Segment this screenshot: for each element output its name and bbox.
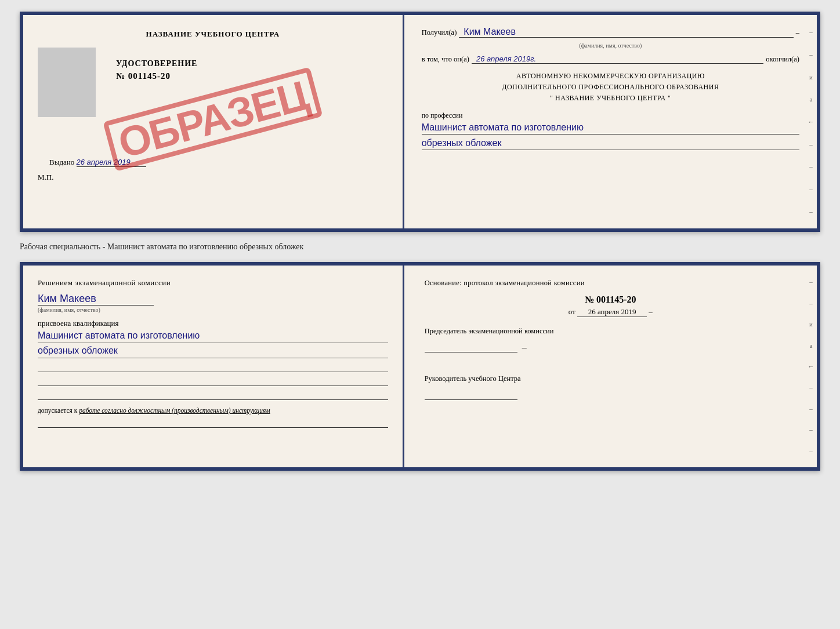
dash-after-name: –: [796, 28, 799, 37]
profession-line2: обрезных обложек: [422, 138, 799, 150]
cert-number-block: УДОСТОВЕРЕНИЕ № 001145-20: [110, 59, 197, 123]
org-line2: ДОПОЛНИТЕЛЬНОГО ПРОФЕССИОНАЛЬНОГО ОБРАЗО…: [422, 82, 799, 93]
blank-line-2: [38, 376, 388, 386]
org-line1: АВТОНОМНУЮ НЕКОММЕРЧЕСКУЮ ОРГАНИЗАЦИЮ: [422, 71, 799, 82]
top-doc-left: НАЗВАНИЕ УЧЕБНОГО ЦЕНТРА УДОСТОВЕРЕНИЕ №…: [23, 15, 404, 228]
dopusk-block: допускается к работе согласно должностны…: [38, 407, 388, 414]
cert-title: НАЗВАНИЕ УЧЕБНОГО ЦЕНТРА: [38, 30, 388, 39]
blank-line-3: [38, 390, 388, 400]
bottom-qual-line1: Машинист автомата по изготовлению: [38, 330, 388, 343]
fio-sublabel-top: (фамилия, имя, отчество): [422, 42, 799, 49]
bottom-right-edge-decoration: – – и а ← – – – –: [806, 271, 816, 461]
mp-label: М.П.: [38, 173, 388, 182]
blank-line-4: [38, 417, 388, 428]
right-edge-decoration: – – и а ← – – – –: [806, 21, 816, 223]
poluchil-label: Получил(а): [422, 28, 457, 37]
cert-type: УДОСТОВЕРЕНИЕ: [116, 59, 197, 68]
bottom-fio-name: Ким Макеев: [38, 293, 388, 305]
cert-photo: [38, 48, 96, 117]
profession-label: по профессии: [422, 111, 799, 120]
org-block: АВТОНОМНУЮ НЕКОММЕРЧЕСКУЮ ОРГАНИЗАЦИЮ ДО…: [422, 71, 799, 104]
head-label: Руководитель учебного Центра: [425, 373, 796, 384]
cert-number: № 001145-20: [116, 71, 197, 81]
vtom-label: в том, что он(а): [422, 55, 469, 64]
blank-line-1: [38, 362, 388, 372]
chairman-label-line1: Председатель экзаменационной комиссии: [425, 326, 796, 337]
chairman-signature-area: –: [425, 340, 796, 355]
chairman-block: Председатель экзаменационной комиссии – …: [425, 326, 796, 402]
head-sig-line: [425, 390, 517, 400]
poluchil-name: Ким Макеев: [459, 27, 793, 38]
protocol-num: № 001145-20: [425, 294, 796, 305]
head-signature-area: [425, 387, 796, 402]
protocol-date: от 26 апреля 2019 –: [425, 307, 796, 317]
top-document-pair: НАЗВАНИЕ УЧЕБНОГО ЦЕНТРА УДОСТОВЕРЕНИЕ №…: [20, 12, 820, 232]
chairman-label: Председатель экзаменационной комиссии: [425, 326, 796, 337]
profession-line1: Машинист автомата по изготовлению: [422, 122, 799, 134]
top-doc-right: Получил(а) Ким Макеев – (фамилия, имя, о…: [404, 15, 817, 228]
osnovanie-label: Основание: протокол экзаменационной коми…: [425, 277, 796, 289]
chairman-sig-line: [425, 342, 517, 352]
dopusk-label: допускается к: [38, 407, 77, 414]
resheniem-label: Решением экзаменационной комиссии: [38, 277, 388, 289]
okonchil-label: окончил(а): [766, 55, 799, 64]
vtom-line: в том, что он(а) 26 апреля 2019г. окончи…: [422, 54, 799, 64]
protocol-date-value: 26 апреля 2019: [577, 307, 647, 317]
bottom-doc-left: Решением экзаменационной комиссии Ким Ма…: [23, 266, 404, 467]
prisvoena-label: присвоена квалификация: [38, 319, 388, 328]
vtom-date: 26 апреля 2019г.: [472, 54, 763, 64]
bottom-qual-line2: обрезных обложек: [38, 346, 388, 358]
bottom-doc-right: Основание: протокол экзаменационной коми…: [404, 266, 817, 467]
caption: Рабочая специальность - Машинист автомат…: [20, 242, 820, 252]
vydano-label: Выдано: [49, 158, 74, 166]
protocol-date-prefix: от: [569, 307, 575, 316]
bottom-fio-sublabel: (фамилия, имя, отчество): [38, 307, 388, 313]
dopusk-text: работе согласно должностным (производств…: [79, 407, 270, 414]
bottom-document-pair: Решением экзаменационной комиссии Ким Ма…: [20, 262, 820, 471]
cert-vydano: Выдано 26 апреля 2019: [38, 158, 388, 167]
poluchil-line: Получил(а) Ким Макеев –: [422, 27, 799, 38]
org-line3: " НАЗВАНИЕ УЧЕБНОГО ЦЕНТРА ": [422, 93, 799, 104]
vydano-date: 26 апреля 2019: [77, 158, 146, 167]
